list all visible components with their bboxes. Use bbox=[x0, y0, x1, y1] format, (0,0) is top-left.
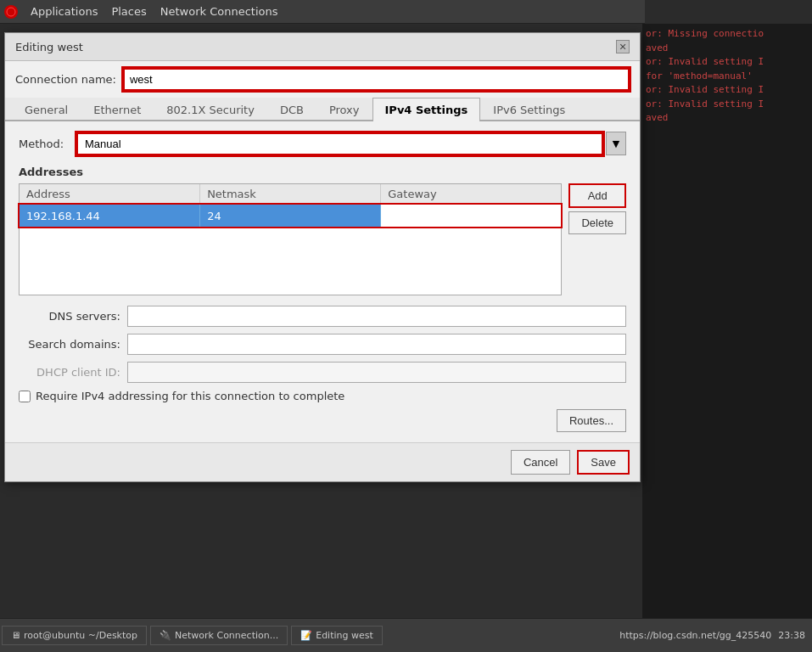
addresses-table: Address Netmask Gateway 192.168.1.44 24 bbox=[19, 183, 562, 295]
dns-servers-row: DNS servers: bbox=[19, 306, 626, 327]
connection-name-label: Connection name: bbox=[15, 73, 116, 86]
th-address: Address bbox=[20, 184, 200, 204]
dns-servers-label: DNS servers: bbox=[19, 310, 120, 323]
method-select[interactable]: Manual Automatic (DHCP) Link-Local Only … bbox=[76, 132, 603, 155]
tab-dcb[interactable]: DCB bbox=[267, 98, 316, 121]
network-connections-menu[interactable]: Network Connections bbox=[154, 2, 285, 21]
require-ipv4-label: Require IPv4 addressing for this connect… bbox=[36, 390, 344, 402]
dhcp-client-label: DHCP client ID: bbox=[19, 366, 120, 379]
table-row[interactable]: 192.168.1.44 24 bbox=[20, 205, 561, 227]
dns-servers-input[interactable] bbox=[127, 306, 626, 327]
system-tray: https://blog.csdn.net/gg_425540 23:38 bbox=[619, 630, 812, 641]
dialog-titlebar: Editing west ✕ bbox=[5, 33, 640, 61]
tab-ethernet[interactable]: Ethernet bbox=[81, 98, 154, 121]
addresses-section: Addresses Address Netmask Gateway 192.16… bbox=[19, 166, 626, 295]
dhcp-client-row: DHCP client ID: bbox=[19, 362, 626, 383]
top-taskbar: Applications Places Network Connections bbox=[0, 0, 645, 24]
td-netmask: 24 bbox=[200, 205, 381, 227]
search-domains-input[interactable] bbox=[127, 334, 626, 355]
terminal-background: or: Missing connectio aved or: Invalid s… bbox=[642, 24, 812, 618]
taskbar-terminal[interactable]: 🖥 root@ubuntu ~/Desktop bbox=[2, 626, 147, 645]
terminal-line-9: aved bbox=[646, 111, 809, 126]
tray-time: 23:38 bbox=[778, 630, 805, 641]
method-row: Method: Manual Automatic (DHCP) Link-Loc… bbox=[19, 132, 626, 155]
dialog-overlay: Editing west ✕ Connection name: General … bbox=[0, 24, 645, 601]
edit-icon: 📝 bbox=[300, 630, 312, 641]
add-button[interactable]: Add bbox=[568, 183, 626, 208]
require-ipv4-checkbox[interactable] bbox=[19, 391, 31, 402]
bottom-taskbar: 🖥 root@ubuntu ~/Desktop 🔌 Network Connec… bbox=[0, 618, 812, 652]
editing-dialog: Editing west ✕ Connection name: General … bbox=[4, 32, 641, 482]
network-icon: 🔌 bbox=[160, 630, 171, 641]
cancel-button[interactable]: Cancel bbox=[511, 450, 570, 475]
terminal-line-3: or: Invalid setting I bbox=[646, 55, 809, 70]
tab-general[interactable]: General bbox=[12, 98, 81, 121]
search-domains-row: Search domains: bbox=[19, 334, 626, 355]
routes-row: Routes... bbox=[19, 409, 626, 432]
td-address: 192.168.1.44 bbox=[20, 205, 200, 227]
tab-proxy[interactable]: Proxy bbox=[316, 98, 372, 121]
dhcp-client-input[interactable] bbox=[127, 362, 626, 383]
delete-button[interactable]: Delete bbox=[568, 211, 626, 234]
connection-name-row: Connection name: bbox=[5, 61, 640, 98]
terminal-line-4: for 'method=manual' bbox=[646, 70, 809, 84]
places-menu[interactable]: Places bbox=[104, 2, 153, 21]
applications-menu[interactable]: Applications bbox=[24, 2, 104, 21]
terminal-line-1: or: Missing connectio bbox=[646, 27, 809, 42]
save-button[interactable]: Save bbox=[577, 450, 630, 475]
content-area: Method: Manual Automatic (DHCP) Link-Loc… bbox=[5, 121, 640, 442]
tabs-bar: General Ethernet 802.1X Security DCB Pro… bbox=[5, 98, 640, 121]
connection-name-input[interactable] bbox=[123, 68, 630, 91]
method-dropdown-arrow[interactable]: ▼ bbox=[606, 132, 626, 155]
taskbar-editing-label: Editing west bbox=[316, 630, 373, 641]
dialog-buttons: Cancel Save bbox=[5, 442, 640, 481]
th-gateway: Gateway bbox=[381, 184, 561, 204]
taskbar-terminal-label: root@ubuntu ~/Desktop bbox=[24, 630, 137, 641]
gateway-input[interactable] bbox=[388, 210, 554, 222]
routes-button[interactable]: Routes... bbox=[557, 409, 626, 432]
addresses-buttons: Add Delete bbox=[568, 183, 626, 295]
require-ipv4-row: Require IPv4 addressing for this connect… bbox=[19, 390, 626, 402]
terminal-line-2: aved bbox=[646, 42, 809, 56]
app-logo bbox=[3, 3, 20, 20]
td-gateway[interactable] bbox=[381, 205, 561, 227]
table-header: Address Netmask Gateway bbox=[20, 184, 561, 205]
search-domains-label: Search domains: bbox=[19, 338, 120, 351]
terminal-icon: 🖥 bbox=[11, 630, 20, 641]
tray-url: https://blog.csdn.net/gg_425540 bbox=[619, 630, 771, 641]
taskbar-network-label: Network Connection... bbox=[175, 630, 278, 641]
table-body-empty bbox=[20, 227, 561, 295]
method-label: Method: bbox=[19, 138, 70, 150]
tab-8021x[interactable]: 802.1X Security bbox=[154, 98, 267, 121]
taskbar-network[interactable]: 🔌 Network Connection... bbox=[150, 626, 288, 645]
taskbar-editing[interactable]: 📝 Editing west bbox=[291, 626, 383, 645]
addresses-title: Addresses bbox=[19, 166, 626, 178]
terminal-line-5: or: Invalid setting I bbox=[646, 83, 809, 98]
tab-ipv6[interactable]: IPv6 Settings bbox=[480, 98, 578, 121]
th-netmask: Netmask bbox=[200, 184, 381, 204]
tab-ipv4[interactable]: IPv4 Settings bbox=[372, 98, 481, 121]
terminal-line-7: or: Invalid setting I bbox=[646, 98, 809, 112]
svg-point-1 bbox=[7, 8, 15, 16]
dialog-close-button[interactable]: ✕ bbox=[616, 40, 630, 53]
method-select-wrapper: Manual Automatic (DHCP) Link-Local Only … bbox=[76, 132, 626, 155]
dialog-title: Editing west bbox=[15, 41, 83, 53]
addresses-container: Address Netmask Gateway 192.168.1.44 24 bbox=[19, 183, 626, 295]
